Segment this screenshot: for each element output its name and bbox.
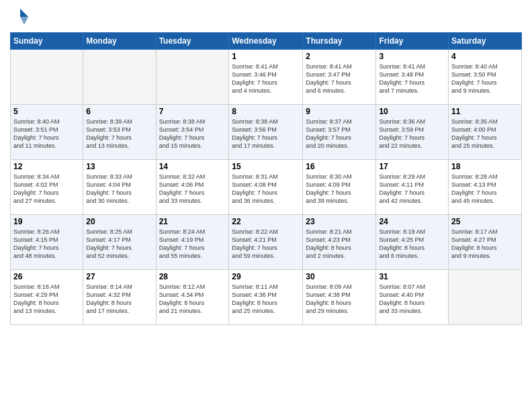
day-header-thursday: Thursday <box>303 33 376 50</box>
day-number: 1 <box>232 52 300 61</box>
calendar-cell: 22Sunrise: 8:22 AM Sunset: 4:21 PM Dayli… <box>229 215 303 270</box>
week-row-3: 12Sunrise: 8:34 AM Sunset: 4:02 PM Dayli… <box>11 160 522 215</box>
calendar-cell: 27Sunrise: 8:14 AM Sunset: 4:32 PM Dayli… <box>83 270 156 325</box>
logo <box>10 7 33 27</box>
day-header-saturday: Saturday <box>449 33 522 50</box>
day-number: 23 <box>306 217 373 226</box>
day-number: 7 <box>159 107 226 116</box>
cell-info: Sunrise: 8:36 AM Sunset: 3:59 PM Dayligh… <box>379 118 445 150</box>
day-number: 8 <box>232 107 300 116</box>
day-number: 5 <box>13 107 80 116</box>
day-number: 20 <box>86 217 152 226</box>
calendar-cell: 6Sunrise: 8:39 AM Sunset: 3:53 PM Daylig… <box>83 105 156 160</box>
day-number: 6 <box>86 107 152 116</box>
svg-marker-0 <box>20 9 28 17</box>
day-number: 24 <box>379 217 445 226</box>
day-number: 18 <box>451 162 519 171</box>
calendar-cell: 21Sunrise: 8:24 AM Sunset: 4:19 PM Dayli… <box>156 215 229 270</box>
day-header-tuesday: Tuesday <box>156 33 229 50</box>
day-header-sunday: Sunday <box>11 33 83 50</box>
cell-info: Sunrise: 8:11 AM Sunset: 4:36 PM Dayligh… <box>232 283 300 316</box>
cell-info: Sunrise: 8:37 AM Sunset: 3:57 PM Dayligh… <box>306 118 373 150</box>
calendar: SundayMondayTuesdayWednesdayThursdayFrid… <box>10 32 522 325</box>
cell-info: Sunrise: 8:17 AM Sunset: 4:27 PM Dayligh… <box>451 228 519 261</box>
cell-info: Sunrise: 8:33 AM Sunset: 4:04 PM Dayligh… <box>86 173 152 205</box>
calendar-cell: 12Sunrise: 8:34 AM Sunset: 4:02 PM Dayli… <box>11 160 83 215</box>
day-number: 11 <box>451 107 519 116</box>
cell-info: Sunrise: 8:24 AM Sunset: 4:19 PM Dayligh… <box>159 228 226 261</box>
day-number: 29 <box>232 272 300 281</box>
cell-info: Sunrise: 8:34 AM Sunset: 4:02 PM Dayligh… <box>13 173 80 205</box>
cell-info: Sunrise: 8:40 AM Sunset: 3:51 PM Dayligh… <box>13 118 80 150</box>
cell-info: Sunrise: 8:31 AM Sunset: 4:08 PM Dayligh… <box>232 173 300 205</box>
day-number: 25 <box>451 217 519 226</box>
calendar-cell: 3Sunrise: 8:41 AM Sunset: 3:48 PM Daylig… <box>376 50 449 105</box>
calendar-cell: 18Sunrise: 8:28 AM Sunset: 4:13 PM Dayli… <box>449 160 522 215</box>
day-number: 12 <box>13 162 80 171</box>
cell-info: Sunrise: 8:32 AM Sunset: 4:06 PM Dayligh… <box>159 173 226 205</box>
week-row-2: 5Sunrise: 8:40 AM Sunset: 3:51 PM Daylig… <box>11 105 522 160</box>
calendar-cell: 9Sunrise: 8:37 AM Sunset: 3:57 PM Daylig… <box>303 105 376 160</box>
day-number: 4 <box>451 52 519 61</box>
day-number: 17 <box>379 162 445 171</box>
cell-info: Sunrise: 8:41 AM Sunset: 3:46 PM Dayligh… <box>232 62 300 95</box>
calendar-cell: 23Sunrise: 8:21 AM Sunset: 4:23 PM Dayli… <box>303 215 376 270</box>
day-number: 15 <box>232 162 300 171</box>
cell-info: Sunrise: 8:30 AM Sunset: 4:09 PM Dayligh… <box>306 173 373 205</box>
day-number: 28 <box>159 272 226 281</box>
day-header-monday: Monday <box>83 33 156 50</box>
calendar-cell: 7Sunrise: 8:38 AM Sunset: 3:54 PM Daylig… <box>156 105 229 160</box>
calendar-cell: 29Sunrise: 8:11 AM Sunset: 4:36 PM Dayli… <box>229 270 303 325</box>
calendar-cell: 10Sunrise: 8:36 AM Sunset: 3:59 PM Dayli… <box>376 105 449 160</box>
cell-info: Sunrise: 8:38 AM Sunset: 3:54 PM Dayligh… <box>159 118 226 150</box>
calendar-cell: 15Sunrise: 8:31 AM Sunset: 4:08 PM Dayli… <box>229 160 303 215</box>
week-row-4: 19Sunrise: 8:26 AM Sunset: 4:15 PM Dayli… <box>11 215 522 270</box>
day-header-wednesday: Wednesday <box>229 33 303 50</box>
cell-info: Sunrise: 8:12 AM Sunset: 4:34 PM Dayligh… <box>159 283 226 316</box>
cell-info: Sunrise: 8:41 AM Sunset: 3:48 PM Dayligh… <box>379 62 445 95</box>
day-number: 2 <box>306 52 373 61</box>
cell-info: Sunrise: 8:14 AM Sunset: 4:32 PM Dayligh… <box>86 283 152 316</box>
calendar-cell: 2Sunrise: 8:41 AM Sunset: 3:47 PM Daylig… <box>303 50 376 105</box>
calendar-cell <box>11 50 83 105</box>
day-number: 31 <box>379 272 445 281</box>
day-number: 21 <box>159 217 226 226</box>
cell-info: Sunrise: 8:39 AM Sunset: 3:53 PM Dayligh… <box>86 118 152 150</box>
calendar-cell: 16Sunrise: 8:30 AM Sunset: 4:09 PM Dayli… <box>303 160 376 215</box>
calendar-cell: 31Sunrise: 8:07 AM Sunset: 4:40 PM Dayli… <box>376 270 449 325</box>
day-header-friday: Friday <box>376 33 449 50</box>
day-number: 19 <box>13 217 80 226</box>
calendar-cell: 25Sunrise: 8:17 AM Sunset: 4:27 PM Dayli… <box>449 215 522 270</box>
cell-info: Sunrise: 8:25 AM Sunset: 4:17 PM Dayligh… <box>86 228 152 261</box>
day-number: 30 <box>306 272 373 281</box>
cell-info: Sunrise: 8:22 AM Sunset: 4:21 PM Dayligh… <box>232 228 300 261</box>
calendar-cell: 14Sunrise: 8:32 AM Sunset: 4:06 PM Dayli… <box>156 160 229 215</box>
cell-info: Sunrise: 8:41 AM Sunset: 3:47 PM Dayligh… <box>306 62 373 95</box>
cell-info: Sunrise: 8:28 AM Sunset: 4:13 PM Dayligh… <box>451 173 519 205</box>
logo-icon <box>10 7 30 27</box>
cell-info: Sunrise: 8:29 AM Sunset: 4:11 PM Dayligh… <box>379 173 445 205</box>
calendar-cell <box>156 50 229 105</box>
cell-info: Sunrise: 8:26 AM Sunset: 4:15 PM Dayligh… <box>13 228 80 261</box>
day-number: 10 <box>379 107 445 116</box>
calendar-cell: 8Sunrise: 8:38 AM Sunset: 3:56 PM Daylig… <box>229 105 303 160</box>
cell-info: Sunrise: 8:16 AM Sunset: 4:29 PM Dayligh… <box>13 283 80 316</box>
calendar-cell: 11Sunrise: 8:35 AM Sunset: 4:00 PM Dayli… <box>449 105 522 160</box>
calendar-cell <box>449 270 522 325</box>
header <box>10 7 522 27</box>
day-number: 27 <box>86 272 152 281</box>
calendar-cell: 5Sunrise: 8:40 AM Sunset: 3:51 PM Daylig… <box>11 105 83 160</box>
cell-info: Sunrise: 8:38 AM Sunset: 3:56 PM Dayligh… <box>232 118 300 150</box>
page: SundayMondayTuesdayWednesdayThursdayFrid… <box>0 0 532 411</box>
header-row: SundayMondayTuesdayWednesdayThursdayFrid… <box>11 33 522 50</box>
week-row-5: 26Sunrise: 8:16 AM Sunset: 4:29 PM Dayli… <box>11 270 522 325</box>
calendar-cell: 1Sunrise: 8:41 AM Sunset: 3:46 PM Daylig… <box>229 50 303 105</box>
day-number: 26 <box>13 272 80 281</box>
cell-info: Sunrise: 8:19 AM Sunset: 4:25 PM Dayligh… <box>379 228 445 261</box>
day-number: 9 <box>306 107 373 116</box>
cell-info: Sunrise: 8:09 AM Sunset: 4:38 PM Dayligh… <box>306 283 373 316</box>
calendar-cell <box>83 50 156 105</box>
calendar-cell: 28Sunrise: 8:12 AM Sunset: 4:34 PM Dayli… <box>156 270 229 325</box>
day-number: 14 <box>159 162 226 171</box>
day-number: 16 <box>306 162 373 171</box>
